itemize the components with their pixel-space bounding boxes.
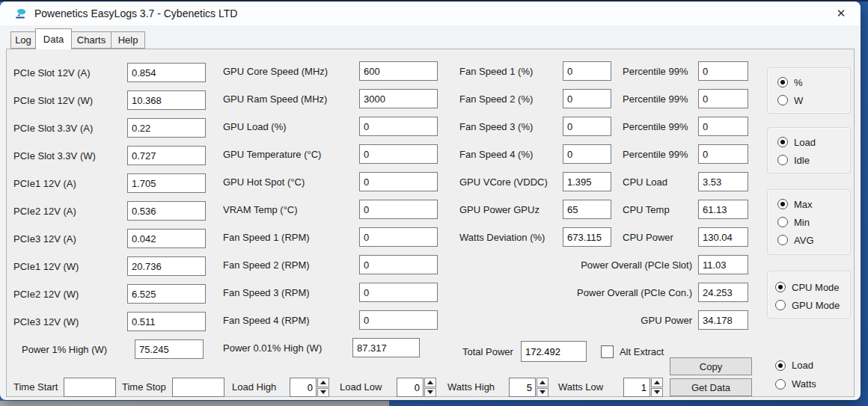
field-input[interactable] (127, 63, 206, 82)
total-power-input[interactable] (521, 341, 587, 362)
field-input[interactable] (698, 200, 748, 219)
field-input[interactable] (127, 284, 206, 304)
time-start-input[interactable] (64, 378, 116, 397)
radio-label: Load (792, 360, 813, 371)
data-row: GPU Load (%) (223, 117, 438, 136)
field-label: PCIe3 12V (W) (13, 316, 127, 327)
field-label: GPU Hot Spot (°C) (223, 176, 359, 188)
field-input[interactable] (359, 227, 438, 247)
field-input[interactable] (698, 89, 748, 108)
watts-low-input[interactable] (623, 378, 650, 397)
spin-up-button[interactable] (317, 378, 329, 387)
data-row: CPU Temp (524, 200, 748, 219)
field-input[interactable] (698, 172, 748, 191)
data-row: PCIe2 12V (A) (13, 201, 206, 221)
radio-icon (775, 300, 786, 310)
radio-cpu-mode[interactable]: CPU Mode (775, 278, 850, 296)
load-low-input[interactable] (397, 378, 424, 397)
watts-low-label: Watts Low (558, 381, 603, 393)
spin-up-button[interactable] (651, 378, 663, 387)
spin-down-button[interactable] (317, 388, 329, 398)
radio-max[interactable]: Max (777, 195, 850, 213)
field-input[interactable] (359, 283, 438, 302)
load-low-stepper (397, 378, 436, 397)
field-label: Fan Speed 4 (RPM) (223, 315, 359, 326)
radio-label: % (794, 77, 803, 88)
field-input[interactable] (698, 61, 748, 81)
field-input[interactable] (135, 339, 204, 359)
field-label: VRAM Temp (°C) (223, 204, 359, 215)
field-input[interactable] (698, 310, 748, 330)
field-input[interactable] (359, 255, 438, 274)
get-data-button[interactable]: Get Data (670, 378, 752, 396)
field-input[interactable] (127, 146, 206, 165)
field-input[interactable] (359, 200, 438, 219)
data-row: PCIe Slot 12V (W) (13, 90, 206, 110)
spin-up-button[interactable] (537, 378, 548, 387)
field-input[interactable] (359, 117, 438, 136)
spin-down-button[interactable] (651, 388, 663, 398)
field-input[interactable] (698, 227, 748, 247)
field-label: GPU Load (%) (223, 121, 359, 132)
close-button[interactable]: ✕ (832, 5, 850, 22)
radio-idle[interactable]: Idle (777, 151, 850, 169)
load-high-input[interactable] (290, 378, 317, 397)
field-label: PCIe3 12V (A) (13, 233, 127, 244)
field-label: GPU Ram Speed (MHz) (223, 93, 359, 105)
radio-display-load[interactable]: Load (775, 356, 816, 375)
tab-help[interactable]: Help (111, 31, 145, 49)
field-input[interactable] (127, 118, 206, 138)
spin-down-button[interactable] (424, 388, 436, 398)
field-input[interactable] (698, 144, 748, 164)
field-input[interactable] (359, 172, 438, 191)
tab-charts[interactable]: Charts (71, 31, 111, 49)
time-stop-input[interactable] (172, 378, 224, 397)
copy-button[interactable]: Copy (670, 357, 752, 375)
field-input[interactable] (352, 338, 420, 357)
watts-high-label: Watts High (447, 381, 495, 393)
tab-data[interactable]: Data (35, 28, 72, 49)
radio-percent[interactable]: % (777, 73, 850, 91)
data-row: Percentile 99% (524, 117, 748, 136)
radio-min[interactable]: Min (777, 213, 850, 231)
stat-radio-group: Max Min AVG (767, 189, 851, 255)
arrow-down-icon (654, 390, 660, 394)
tab-log[interactable]: Log (10, 31, 36, 49)
radio-label: CPU Mode (792, 282, 840, 293)
radio-icon (777, 95, 788, 105)
radio-display-watts[interactable]: Watts (775, 375, 816, 393)
field-label: Power 0.01% High (W) (223, 342, 352, 354)
field-input[interactable] (127, 256, 206, 276)
field-input[interactable] (359, 144, 438, 164)
arrow-up-icon (427, 381, 433, 384)
field-input[interactable] (359, 89, 438, 108)
field-input[interactable] (127, 90, 206, 110)
radio-load[interactable]: Load (777, 133, 850, 151)
watts-high-input[interactable] (509, 378, 536, 397)
title-bar[interactable]: Powenetics EasyLogs 3.7 - Cybenetics LTD… (0, 1, 861, 25)
state-radio-group: Load Idle (767, 127, 851, 173)
field-input[interactable] (698, 255, 748, 274)
app-logo-icon (15, 8, 28, 19)
data-row: PCIe Slot 3.3V (W) (13, 146, 206, 165)
field-input[interactable] (127, 173, 206, 193)
radio-avg[interactable]: AVG (777, 231, 850, 249)
data-row: Power 1% High (W) (13, 339, 206, 359)
radio-selected-icon (775, 360, 786, 371)
field-input[interactable] (359, 310, 438, 330)
spin-up-button[interactable] (424, 378, 436, 387)
alt-extract-checkbox[interactable] (601, 345, 614, 358)
radio-gpu-mode[interactable]: GPU Mode (775, 296, 850, 314)
field-input[interactable] (359, 61, 438, 81)
data-row: VRAM Temp (°C) (223, 200, 438, 219)
data-row: PCIe Slot 12V (A) (13, 63, 206, 82)
app-window: Powenetics EasyLogs 3.7 - Cybenetics LTD… (0, 1, 861, 400)
field-input[interactable] (127, 312, 206, 331)
spin-down-button[interactable] (537, 388, 548, 398)
field-input[interactable] (127, 229, 206, 248)
field-input[interactable] (698, 117, 748, 136)
field-input[interactable] (127, 201, 206, 221)
field-input[interactable] (698, 283, 748, 302)
desktop-bottom-strip (0, 401, 389, 406)
radio-watts-unit[interactable]: W (777, 91, 850, 109)
